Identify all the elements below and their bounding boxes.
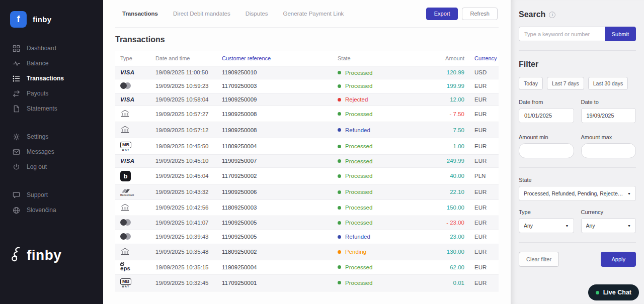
live-chat-button[interactable]: Live Chat <box>588 284 639 300</box>
transaction-amount: 199.99 <box>419 79 469 93</box>
transaction-reference: 11909250009 <box>217 93 333 106</box>
transaction-datetime: 19/09/2025 10:45:10 <box>150 155 217 168</box>
brand[interactable]: f finby <box>0 0 103 41</box>
payment-type-bank-icon <box>120 129 130 135</box>
transaction-currency: EUR <box>469 244 499 260</box>
date-range-fields: Date from Date to <box>519 99 636 123</box>
tab-direct-debit-mandates[interactable]: Direct Debit mandates <box>173 11 230 17</box>
type-currency-fields: Type Currency Any ▼ Any ▼ <box>519 209 636 233</box>
transaction-currency: EUR <box>469 260 499 274</box>
tab-transactions[interactable]: Transactions <box>122 11 158 17</box>
table-row[interactable]: 19/09/2025 10:41:0711909250005Processed-… <box>115 216 499 230</box>
transaction-reference: 11809250002 <box>217 244 333 260</box>
sidebar-footer-logo: finby <box>0 236 103 304</box>
transaction-reference: 11909250006 <box>217 184 333 199</box>
panel-divider <box>519 50 636 51</box>
amount-max-input[interactable] <box>581 143 636 158</box>
transaction-state: Processed <box>333 79 419 93</box>
transaction-reference: 11709250002 <box>217 167 333 184</box>
table-row[interactable]: 19/09/2025 10:57:1211909250008Refunded7.… <box>115 122 499 138</box>
search-title: Search i <box>519 10 636 19</box>
payment-type-mbway-icon: MBWAY <box>120 141 131 147</box>
transaction-amount: 62.00 <box>419 260 469 274</box>
transactions-table-body: VISA19/09/2025 11:00:5011909250010Proces… <box>115 66 499 291</box>
finby-brand-tile-icon: f <box>10 11 27 28</box>
sidebar-item-support[interactable]: Support <box>0 187 103 202</box>
sidebar-item-dashboard[interactable]: Dashboard <box>0 41 103 56</box>
table-row[interactable]: VISA19/09/2025 10:45:1011909250007Proces… <box>115 155 499 168</box>
table-row[interactable]: 19/09/2025 10:35:4811809250002Pending130… <box>115 244 499 260</box>
submit-button[interactable]: Submit <box>605 27 636 41</box>
transaction-amount: 12.00 <box>419 93 469 106</box>
table-row[interactable]: b19/09/2025 10:45:0411709250002Processed… <box>115 167 499 184</box>
search-input[interactable] <box>519 27 605 41</box>
sidebar-item-balance[interactable]: Balance <box>0 56 103 71</box>
chat-bubble-icon <box>12 191 20 199</box>
filter-panel: Search i Submit Filter Today Last 7 days… <box>511 0 644 304</box>
state-select[interactable]: Processed, Refunded, Pending, Rejected,…… <box>519 186 636 201</box>
state-field: State Processed, Refunded, Pending, Reje… <box>519 177 636 201</box>
col-header-currency[interactable]: Currency <box>469 51 499 66</box>
amount-min-input[interactable] <box>519 143 574 158</box>
sidebar-item-label: Log out <box>27 163 47 170</box>
currency-select-value: Any <box>586 223 595 229</box>
table-row[interactable]: 19/09/2025 10:39:4311909250005Refunded23… <box>115 230 499 244</box>
sidebar-item-settings[interactable]: Settings <box>0 129 103 144</box>
state-text: Refunded <box>345 127 370 133</box>
apply-button[interactable]: Apply <box>601 252 636 267</box>
gear-icon <box>12 133 20 141</box>
export-button[interactable]: Export <box>426 8 458 20</box>
tab-disputes[interactable]: Disputes <box>246 11 268 17</box>
date-to-input[interactable] <box>581 108 636 123</box>
transaction-datetime: 19/09/2025 10:57:12 <box>150 122 217 138</box>
tabs-row: Transactions Direct Debit mandates Dispu… <box>115 0 499 28</box>
col-header-customer-reference[interactable]: Customer reference <box>217 51 333 66</box>
info-icon[interactable]: i <box>549 12 555 18</box>
state-dot-icon <box>338 235 341 239</box>
transaction-reference: 11809250004 <box>217 138 333 155</box>
transaction-reference: 11709250003 <box>217 79 333 93</box>
table-row[interactable]: MBWAY19/09/2025 10:45:5011809250004Proce… <box>115 138 499 155</box>
payment-type-visa-icon: VISA <box>120 69 134 75</box>
table-row[interactable]: MBWAY19/09/2025 10:32:4511709250001Proce… <box>115 274 499 291</box>
table-row[interactable]: 19/09/2025 10:59:2311709250003Processed1… <box>115 79 499 93</box>
last-30-days-pill-button[interactable]: Last 30 days <box>588 77 628 90</box>
table-row[interactable]: VISA19/09/2025 11:00:5011909250010Proces… <box>115 66 499 79</box>
table-row[interactable]: 19/09/2025 10:42:5611809250003Processed1… <box>115 199 499 216</box>
sidebar-item-statements[interactable]: Statements <box>0 101 103 116</box>
app: f finby Dashboard Balance Transactions P… <box>0 0 644 304</box>
sidebar-item-messages[interactable]: Messages <box>0 144 103 159</box>
state-dot-icon <box>338 190 341 194</box>
sidebar-item-language[interactable]: Slovenčina <box>0 202 103 218</box>
type-select[interactable]: Any ▼ <box>519 218 574 233</box>
payment-type-blik-icon: b <box>120 173 131 179</box>
clear-filter-button[interactable]: Clear filter <box>519 252 559 267</box>
refresh-button[interactable]: Refresh <box>462 8 498 20</box>
table-row[interactable]: Bancontact19/09/2025 10:43:3211909250006… <box>115 184 499 199</box>
transaction-reference: 11909250005 <box>217 230 333 244</box>
transaction-currency: EUR <box>469 155 499 168</box>
date-from-input[interactable] <box>519 108 574 123</box>
sidebar-item-payouts[interactable]: Payouts <box>0 86 103 101</box>
table-row[interactable]: VISA19/09/2025 10:58:0411909250009Reject… <box>115 93 499 106</box>
transaction-datetime: 19/09/2025 10:32:45 <box>150 274 217 291</box>
dashboard-icon <box>12 44 20 52</box>
tab-generate-payment-link[interactable]: Generate Payment Link <box>283 11 344 17</box>
payment-type-mbway-icon: MBWAY <box>120 278 131 284</box>
payment-type-bank-icon <box>120 113 130 119</box>
last-7-days-pill-button[interactable]: Last 7 days <box>547 77 584 90</box>
search-row: Submit <box>519 27 636 41</box>
state-text: Processed <box>345 111 372 117</box>
sidebar-item-logout[interactable]: Log out <box>0 159 103 174</box>
transaction-reference: 11809250003 <box>217 199 333 216</box>
globe-icon <box>12 206 20 214</box>
table-row[interactable]: 19/09/2025 10:57:2711909250008Processed-… <box>115 106 499 122</box>
sidebar-item-transactions[interactable]: Transactions <box>0 71 103 86</box>
state-select-value: Processed, Refunded, Pending, Rejected,… <box>524 190 624 196</box>
state-dot-icon <box>338 128 341 132</box>
transaction-state: Processed <box>333 199 419 216</box>
amount-range-fields: Amount min Amount max <box>519 134 636 158</box>
currency-select[interactable]: Any ▼ <box>581 218 636 233</box>
today-pill-button[interactable]: Today <box>519 77 543 90</box>
table-row[interactable]: eps19/09/2025 10:35:1511909250004Process… <box>115 260 499 274</box>
